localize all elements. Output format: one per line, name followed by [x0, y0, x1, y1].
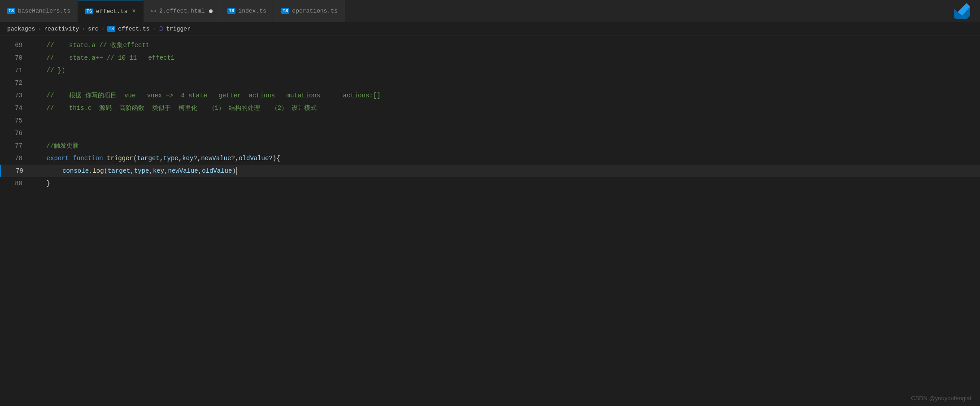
code-line-75: 75	[0, 114, 980, 127]
line-number: 71	[4, 64, 31, 77]
code-token: ?,	[231, 155, 239, 162]
code-line-79: 79 console.log(target,type,key,newValue,…	[0, 165, 980, 177]
code-line-70: 70 // state.a++ // 10 11 effect1	[0, 52, 980, 64]
text-cursor	[236, 167, 237, 175]
code-token: // state.a++ // 10 11 effect1	[31, 54, 174, 61]
code-token: // state.a // 收集effect1	[31, 42, 149, 49]
arg-target: target	[108, 167, 130, 175]
line-number: 79	[5, 165, 32, 177]
code-line-73: 73 // 根据 你写的项目 vue vuex => 4 state gette…	[0, 89, 980, 102]
code-token: )	[232, 167, 235, 175]
line-content[interactable]: // this.c 源码 高阶函数 类似于 柯里化 （1） 结构的处理 （2） …	[31, 102, 980, 114]
line-number: 73	[4, 89, 31, 102]
tab-label-index: index.ts	[238, 8, 266, 14]
ts-icon-breadcrumb: TS	[107, 26, 115, 32]
breadcrumb-file[interactable]: effect.ts	[118, 26, 149, 32]
param-target: target	[137, 155, 159, 162]
code-token: // this.c 源码 高阶函数 类似于 柯里化 （1） 结构的处理 （2） …	[31, 105, 317, 112]
line-number: 80	[4, 177, 31, 190]
breadcrumb: packages › reactivity › src › TS effect.…	[0, 22, 980, 35]
arg-oldValue: oldValue	[202, 167, 232, 175]
arg-newValue: newValue	[168, 167, 198, 175]
tab-label-active: effect.ts	[96, 8, 127, 15]
code-token: ,	[164, 167, 168, 175]
breadcrumb-sep2: ›	[82, 26, 85, 32]
breadcrumb-src[interactable]: src	[88, 26, 98, 32]
code-area: 69 // state.a // 收集effect1 70 // state.a…	[0, 35, 980, 190]
code-token: ,	[149, 167, 153, 175]
line-number: 74	[4, 102, 31, 114]
close-button[interactable]: ×	[132, 8, 135, 14]
param-oldValue: oldValue	[239, 155, 269, 162]
code-token: }	[31, 180, 50, 187]
line-number: 70	[4, 52, 31, 64]
modified-dot	[209, 9, 213, 13]
fn-log: log	[92, 167, 104, 175]
cube-icon: ⬡	[158, 25, 163, 32]
breadcrumb-sep4: ›	[152, 26, 156, 32]
keyword-function: function	[73, 155, 103, 162]
line-number: 77	[4, 140, 31, 152]
line-content[interactable]: }	[31, 177, 980, 190]
vscode-logo	[953, 2, 971, 20]
breadcrumb-packages[interactable]: packages	[7, 26, 35, 32]
line-content[interactable]: // 根据 你写的项目 vue vuex => 4 state getter a…	[31, 89, 980, 102]
editor: 69 // state.a // 收集effect1 70 // state.a…	[0, 35, 980, 404]
ts-icon: TS	[7, 8, 15, 14]
ts-icon-ops: TS	[281, 8, 289, 14]
ts-icon-index: TS	[227, 8, 235, 14]
code-token: //触发更新	[31, 142, 79, 149]
code-token: ,	[179, 155, 182, 162]
tab-operations[interactable]: TS operations.ts	[274, 0, 345, 22]
code-line-76: 76	[0, 127, 980, 140]
code-line-80: 80 }	[0, 177, 980, 190]
ts-icon-active: TS	[85, 9, 93, 14]
code-token: // 根据 你写的项目 vue vuex => 4 state getter a…	[31, 92, 381, 99]
code-token: (	[104, 167, 108, 175]
line-number: 78	[4, 152, 31, 165]
param-type: type	[163, 155, 179, 162]
code-line-74: 74 // this.c 源码 高阶函数 类似于 柯里化 （1） 结构的处理 （…	[0, 102, 980, 114]
code-line-77: 77 //触发更新	[0, 140, 980, 152]
breadcrumb-symbol[interactable]: trigger	[166, 26, 191, 32]
watermark: CSDN @youyoufenglai	[911, 395, 971, 402]
tab-baseHandlers[interactable]: TS baseHandlers.ts	[0, 0, 78, 22]
line-number: 76	[4, 127, 31, 140]
line-content[interactable]: // })	[31, 64, 980, 77]
param-key: key	[182, 155, 193, 162]
tab-label-ops: operations.ts	[292, 8, 337, 14]
code-line-71: 71 // })	[0, 64, 980, 77]
code-token: // })	[31, 67, 65, 74]
line-content[interactable]: //触发更新	[31, 140, 980, 152]
tab-label-html: 2.effect.html	[159, 8, 205, 14]
tab-index[interactable]: TS index.ts	[220, 0, 274, 22]
html-icon: <>	[151, 9, 157, 14]
code-token: ?,	[193, 155, 201, 162]
code-line-78: 78 export function trigger(target,type,k…	[0, 152, 980, 165]
code-token	[103, 155, 107, 162]
line-number: 72	[4, 77, 31, 89]
breadcrumb-reactivity[interactable]: reactivity	[44, 26, 79, 32]
code-line-69: 69 // state.a // 收集effect1	[0, 39, 980, 52]
line-number: 75	[4, 114, 31, 127]
breadcrumb-sep3: ›	[101, 26, 105, 32]
code-token: ,	[198, 167, 202, 175]
keyword-export: export	[47, 155, 69, 162]
breadcrumb-sep1: ›	[38, 26, 41, 32]
tab-bar: TS baseHandlers.ts TS effect.ts × <> 2.e…	[0, 0, 980, 22]
line-content[interactable]: // state.a // 收集effect1	[31, 39, 980, 52]
code-token: ?){	[269, 155, 280, 162]
tab-effect[interactable]: TS effect.ts ×	[78, 0, 144, 22]
line-content[interactable]: export function trigger(target,type,key?…	[31, 152, 980, 165]
tab-2effect[interactable]: <> 2.effect.html	[144, 0, 221, 22]
console-obj: console	[62, 167, 89, 175]
code-line-72: 72	[0, 77, 980, 89]
line-content[interactable]: // state.a++ // 10 11 effect1	[31, 52, 980, 64]
line-content[interactable]: console.log(target,type,key,newValue,old…	[32, 165, 980, 177]
code-token	[32, 167, 62, 175]
fn-trigger: trigger	[107, 155, 133, 162]
line-number: 69	[4, 39, 31, 52]
code-token: ,	[130, 167, 134, 175]
arg-key: key	[153, 167, 164, 175]
arg-type: type	[134, 167, 149, 175]
